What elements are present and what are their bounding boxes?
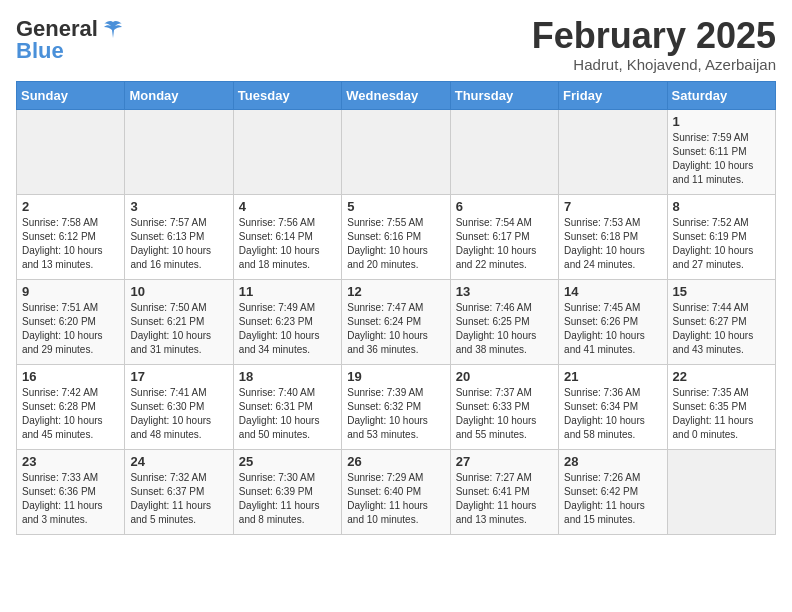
- day-number: 6: [456, 199, 553, 214]
- weekday-header-monday: Monday: [125, 81, 233, 109]
- day-info: Sunrise: 7:56 AM Sunset: 6:14 PM Dayligh…: [239, 216, 336, 272]
- day-info: Sunrise: 7:47 AM Sunset: 6:24 PM Dayligh…: [347, 301, 444, 357]
- day-info: Sunrise: 7:39 AM Sunset: 6:32 PM Dayligh…: [347, 386, 444, 442]
- calendar-cell: 16Sunrise: 7:42 AM Sunset: 6:28 PM Dayli…: [17, 364, 125, 449]
- month-title: February 2025: [532, 16, 776, 56]
- weekday-header-thursday: Thursday: [450, 81, 558, 109]
- day-info: Sunrise: 7:45 AM Sunset: 6:26 PM Dayligh…: [564, 301, 661, 357]
- calendar-cell: 26Sunrise: 7:29 AM Sunset: 6:40 PM Dayli…: [342, 449, 450, 534]
- calendar-cell: 27Sunrise: 7:27 AM Sunset: 6:41 PM Dayli…: [450, 449, 558, 534]
- day-info: Sunrise: 7:49 AM Sunset: 6:23 PM Dayligh…: [239, 301, 336, 357]
- day-number: 14: [564, 284, 661, 299]
- calendar-cell: [125, 109, 233, 194]
- calendar-cell: 18Sunrise: 7:40 AM Sunset: 6:31 PM Dayli…: [233, 364, 341, 449]
- calendar-cell: 3Sunrise: 7:57 AM Sunset: 6:13 PM Daylig…: [125, 194, 233, 279]
- logo: General Blue: [16, 16, 124, 64]
- calendar-cell: 2Sunrise: 7:58 AM Sunset: 6:12 PM Daylig…: [17, 194, 125, 279]
- calendar-cell: 8Sunrise: 7:52 AM Sunset: 6:19 PM Daylig…: [667, 194, 775, 279]
- day-number: 27: [456, 454, 553, 469]
- day-info: Sunrise: 7:51 AM Sunset: 6:20 PM Dayligh…: [22, 301, 119, 357]
- day-info: Sunrise: 7:36 AM Sunset: 6:34 PM Dayligh…: [564, 386, 661, 442]
- calendar-cell: 5Sunrise: 7:55 AM Sunset: 6:16 PM Daylig…: [342, 194, 450, 279]
- weekday-header-friday: Friday: [559, 81, 667, 109]
- calendar-cell: 28Sunrise: 7:26 AM Sunset: 6:42 PM Dayli…: [559, 449, 667, 534]
- weekday-header-saturday: Saturday: [667, 81, 775, 109]
- day-number: 10: [130, 284, 227, 299]
- day-info: Sunrise: 7:33 AM Sunset: 6:36 PM Dayligh…: [22, 471, 119, 527]
- calendar-cell: 19Sunrise: 7:39 AM Sunset: 6:32 PM Dayli…: [342, 364, 450, 449]
- page-header: General Blue February 2025 Hadrut, Khoja…: [16, 16, 776, 73]
- calendar-cell: 23Sunrise: 7:33 AM Sunset: 6:36 PM Dayli…: [17, 449, 125, 534]
- calendar-cell: 24Sunrise: 7:32 AM Sunset: 6:37 PM Dayli…: [125, 449, 233, 534]
- day-info: Sunrise: 7:57 AM Sunset: 6:13 PM Dayligh…: [130, 216, 227, 272]
- calendar-cell: 12Sunrise: 7:47 AM Sunset: 6:24 PM Dayli…: [342, 279, 450, 364]
- calendar-week-row: 1Sunrise: 7:59 AM Sunset: 6:11 PM Daylig…: [17, 109, 776, 194]
- day-number: 3: [130, 199, 227, 214]
- calendar-cell: [17, 109, 125, 194]
- calendar-cell: 6Sunrise: 7:54 AM Sunset: 6:17 PM Daylig…: [450, 194, 558, 279]
- calendar-cell: [342, 109, 450, 194]
- day-info: Sunrise: 7:35 AM Sunset: 6:35 PM Dayligh…: [673, 386, 770, 442]
- day-number: 11: [239, 284, 336, 299]
- weekday-header-sunday: Sunday: [17, 81, 125, 109]
- calendar-cell: 25Sunrise: 7:30 AM Sunset: 6:39 PM Dayli…: [233, 449, 341, 534]
- day-number: 22: [673, 369, 770, 384]
- day-info: Sunrise: 7:30 AM Sunset: 6:39 PM Dayligh…: [239, 471, 336, 527]
- day-number: 4: [239, 199, 336, 214]
- calendar-cell: 9Sunrise: 7:51 AM Sunset: 6:20 PM Daylig…: [17, 279, 125, 364]
- day-info: Sunrise: 7:58 AM Sunset: 6:12 PM Dayligh…: [22, 216, 119, 272]
- day-number: 17: [130, 369, 227, 384]
- calendar-cell: 14Sunrise: 7:45 AM Sunset: 6:26 PM Dayli…: [559, 279, 667, 364]
- calendar-cell: 22Sunrise: 7:35 AM Sunset: 6:35 PM Dayli…: [667, 364, 775, 449]
- day-number: 2: [22, 199, 119, 214]
- day-info: Sunrise: 7:59 AM Sunset: 6:11 PM Dayligh…: [673, 131, 770, 187]
- logo-blue-text: Blue: [16, 38, 64, 64]
- title-area: February 2025 Hadrut, Khojavend, Azerbai…: [532, 16, 776, 73]
- calendar-table: SundayMondayTuesdayWednesdayThursdayFrid…: [16, 81, 776, 535]
- calendar-header-row: SundayMondayTuesdayWednesdayThursdayFrid…: [17, 81, 776, 109]
- day-number: 20: [456, 369, 553, 384]
- calendar-cell: 20Sunrise: 7:37 AM Sunset: 6:33 PM Dayli…: [450, 364, 558, 449]
- weekday-header-tuesday: Tuesday: [233, 81, 341, 109]
- calendar-week-row: 9Sunrise: 7:51 AM Sunset: 6:20 PM Daylig…: [17, 279, 776, 364]
- day-number: 28: [564, 454, 661, 469]
- calendar-cell: [233, 109, 341, 194]
- day-number: 5: [347, 199, 444, 214]
- calendar-cell: [559, 109, 667, 194]
- day-info: Sunrise: 7:50 AM Sunset: 6:21 PM Dayligh…: [130, 301, 227, 357]
- day-number: 1: [673, 114, 770, 129]
- day-number: 19: [347, 369, 444, 384]
- day-info: Sunrise: 7:29 AM Sunset: 6:40 PM Dayligh…: [347, 471, 444, 527]
- calendar-cell: 11Sunrise: 7:49 AM Sunset: 6:23 PM Dayli…: [233, 279, 341, 364]
- calendar-cell: 13Sunrise: 7:46 AM Sunset: 6:25 PM Dayli…: [450, 279, 558, 364]
- day-number: 21: [564, 369, 661, 384]
- day-info: Sunrise: 7:40 AM Sunset: 6:31 PM Dayligh…: [239, 386, 336, 442]
- day-info: Sunrise: 7:27 AM Sunset: 6:41 PM Dayligh…: [456, 471, 553, 527]
- day-info: Sunrise: 7:55 AM Sunset: 6:16 PM Dayligh…: [347, 216, 444, 272]
- day-number: 15: [673, 284, 770, 299]
- day-number: 16: [22, 369, 119, 384]
- day-info: Sunrise: 7:46 AM Sunset: 6:25 PM Dayligh…: [456, 301, 553, 357]
- day-number: 8: [673, 199, 770, 214]
- calendar-week-row: 23Sunrise: 7:33 AM Sunset: 6:36 PM Dayli…: [17, 449, 776, 534]
- day-number: 9: [22, 284, 119, 299]
- day-info: Sunrise: 7:52 AM Sunset: 6:19 PM Dayligh…: [673, 216, 770, 272]
- day-info: Sunrise: 7:44 AM Sunset: 6:27 PM Dayligh…: [673, 301, 770, 357]
- calendar-week-row: 2Sunrise: 7:58 AM Sunset: 6:12 PM Daylig…: [17, 194, 776, 279]
- day-number: 26: [347, 454, 444, 469]
- day-number: 18: [239, 369, 336, 384]
- day-info: Sunrise: 7:41 AM Sunset: 6:30 PM Dayligh…: [130, 386, 227, 442]
- day-number: 7: [564, 199, 661, 214]
- weekday-header-wednesday: Wednesday: [342, 81, 450, 109]
- day-number: 25: [239, 454, 336, 469]
- calendar-cell: 17Sunrise: 7:41 AM Sunset: 6:30 PM Dayli…: [125, 364, 233, 449]
- calendar-cell: 7Sunrise: 7:53 AM Sunset: 6:18 PM Daylig…: [559, 194, 667, 279]
- calendar-cell: [450, 109, 558, 194]
- calendar-cell: 21Sunrise: 7:36 AM Sunset: 6:34 PM Dayli…: [559, 364, 667, 449]
- calendar-week-row: 16Sunrise: 7:42 AM Sunset: 6:28 PM Dayli…: [17, 364, 776, 449]
- location-text: Hadrut, Khojavend, Azerbaijan: [532, 56, 776, 73]
- calendar-cell: 10Sunrise: 7:50 AM Sunset: 6:21 PM Dayli…: [125, 279, 233, 364]
- logo-bird-icon: [102, 20, 124, 38]
- day-number: 23: [22, 454, 119, 469]
- calendar-cell: [667, 449, 775, 534]
